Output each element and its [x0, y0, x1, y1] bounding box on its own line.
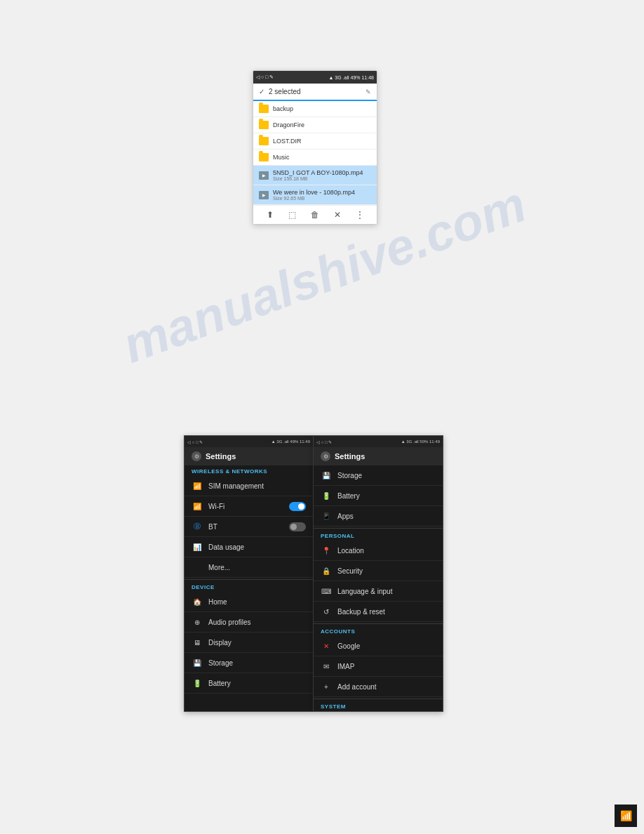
settings-gear-icon: ⚙	[192, 451, 201, 461]
section-accounts: ACCOUNTS	[314, 626, 443, 636]
settings-item-language[interactable]: ⌨ Language & input	[314, 581, 443, 602]
settings-item-display[interactable]: 🖥 Display	[185, 633, 313, 653]
security-label: Security	[337, 567, 436, 575]
location-icon: 📍	[321, 545, 332, 556]
battery-icon: 🔋	[192, 677, 203, 689]
close-icon[interactable]: ✕	[334, 210, 341, 220]
fm-status-bar: ◁ ○ □ ✎ ▲ 3G .all 49% 11:48	[253, 71, 377, 84]
settings-item-audio[interactable]: ⊕ Audio profiles	[185, 612, 313, 633]
settings-left-screenshot: ◁ ○ □ ✎ ▲ 3G .all 49% 11:49 ⚙ Settings W…	[184, 435, 314, 712]
fm-toolbar: ⬆ ⬚ 🗑 ✕ ⋮	[253, 205, 377, 224]
settings-item-sim[interactable]: 📶 SIM management	[185, 476, 313, 496]
section-wireless: WIRELESS & NETWORKS	[185, 465, 313, 476]
fm-status-left: ◁ ○ □ ✎	[256, 74, 274, 80]
settings-item-google[interactable]: ✕ Google	[314, 636, 443, 656]
settings-item-security[interactable]: 🔒 Security	[314, 561, 443, 581]
fm-header: ✓ 2 selected ✎	[253, 84, 377, 101]
list-item[interactable]: ▶ 5N5D_I GOT A BOY-1080p.mp4 Size 156.18…	[253, 166, 377, 185]
storage-label: Storage	[208, 659, 306, 667]
display-icon: 🖥	[192, 637, 203, 648]
item-content: Music	[273, 154, 290, 161]
apps-label: Apps	[337, 512, 436, 520]
sim-icon: 📶	[192, 480, 203, 491]
bt-toggle[interactable]	[289, 522, 306, 531]
delete-icon[interactable]: 🗑	[311, 210, 319, 220]
settings-item-storage[interactable]: 💾 Storage	[185, 653, 313, 673]
settings-item-apps[interactable]: 📱 Apps	[314, 506, 443, 527]
location-label: Location	[337, 547, 436, 555]
ss-left-title-bar: ⚙ Settings	[185, 447, 313, 465]
settings-item-storage-r[interactable]: 💾 Storage	[314, 465, 443, 486]
settings-item-backup[interactable]: ↺ Backup & reset	[314, 602, 443, 622]
audio-label: Audio profiles	[208, 618, 306, 626]
settings-item-imap[interactable]: ✉ IMAP	[314, 656, 443, 677]
more-icon	[192, 562, 203, 573]
storage-icon-r: 💾	[321, 470, 332, 481]
wifi-label: Wi-Fi	[208, 503, 283, 510]
google-label: Google	[337, 642, 436, 650]
item-size: Size 156.18 MB	[273, 176, 363, 181]
list-item[interactable]: DragonFire	[253, 117, 377, 133]
divider-r	[314, 528, 443, 529]
fm-status-right: ▲ 3G .all 49% 11:48	[328, 75, 374, 80]
list-item[interactable]: LOST.DIR	[253, 133, 377, 150]
ss-left-status-bar: ◁ ○ □ ✎ ▲ 3G .all 49% 11:49	[185, 436, 313, 447]
settings-item-add-account[interactable]: + Add account	[314, 677, 443, 697]
fm-selected-count: 2 selected	[269, 88, 361, 95]
share-icon[interactable]: ⬆	[267, 210, 274, 220]
add-account-icon: +	[321, 681, 332, 692]
battery-label: Battery	[208, 680, 306, 687]
settings-item-bt[interactable]: Ⓑ BT	[185, 517, 313, 537]
language-label: Language & input	[337, 588, 436, 595]
security-icon: 🔒	[321, 565, 332, 576]
folder-icon	[259, 153, 269, 161]
more-label: More...	[208, 564, 306, 571]
divider-accounts	[314, 623, 443, 624]
list-item[interactable]: ▶ We were in love - 1080p.mp4 Size 92.65…	[253, 185, 377, 205]
bt-icon: Ⓑ	[192, 521, 203, 532]
backup-label: Backup & reset	[337, 608, 436, 616]
item-name: 5N5D_I GOT A BOY-1080p.mp4	[273, 169, 363, 176]
settings-item-battery[interactable]: 🔋 Battery	[185, 673, 313, 694]
copy-icon[interactable]: ⬚	[288, 210, 296, 220]
file-manager-screenshot: ◁ ○ □ ✎ ▲ 3G .all 49% 11:48 ✓ 2 selected…	[253, 70, 377, 225]
backup-icon: ↺	[321, 606, 332, 617]
list-item[interactable]: backup	[253, 101, 377, 117]
imap-icon: ✉	[321, 661, 332, 672]
ss-left-status-right: ▲ 3G .all 49% 11:49	[271, 439, 310, 444]
wifi-toggle[interactable]	[289, 502, 306, 511]
wifi-badge-icon: 📶	[620, 810, 632, 821]
section-personal: PERSONAL	[314, 530, 443, 541]
data-icon: 📊	[192, 541, 203, 552]
ss-right-status-bar: ◁ ○ □ ✎ ▲ 3G .all 50% 11:49	[314, 436, 443, 447]
home-icon: 🏠	[192, 596, 203, 607]
item-content: DragonFire	[273, 121, 304, 128]
home-label: Home	[208, 598, 306, 606]
settings-item-home[interactable]: 🏠 Home	[185, 592, 313, 612]
fm-edit-icon: ✎	[365, 88, 371, 95]
ss-left-title: Settings	[206, 452, 236, 461]
audio-icon: ⊕	[192, 616, 203, 628]
list-item[interactable]: Music	[253, 150, 377, 166]
ss-right-title: Settings	[335, 452, 365, 461]
video-icon: ▶	[259, 171, 269, 180]
imap-label: IMAP	[337, 663, 436, 670]
ss-right-status-left: ◁ ○ □ ✎	[316, 439, 332, 444]
settings-item-battery-r[interactable]: 🔋 Battery	[314, 486, 443, 506]
google-icon: ✕	[321, 640, 332, 651]
settings-item-location[interactable]: 📍 Location	[314, 541, 443, 561]
settings-item-more[interactable]: More...	[185, 557, 313, 578]
item-name: Music	[273, 154, 290, 161]
item-name: backup	[273, 105, 293, 112]
battery-label-r: Battery	[337, 492, 436, 500]
settings-gear-icon-right: ⚙	[321, 451, 330, 461]
settings-item-wifi[interactable]: 📶 Wi-Fi	[185, 496, 313, 517]
more-icon[interactable]: ⋮	[356, 210, 364, 220]
folder-icon	[259, 137, 269, 145]
item-content: We were in love - 1080p.mp4 Size 92.65 M…	[273, 189, 355, 201]
wifi-badge: 📶	[615, 805, 637, 827]
settings-right-screenshot: ◁ ○ □ ✎ ▲ 3G .all 50% 11:49 ⚙ Settings 💾…	[314, 435, 443, 712]
settings-item-data[interactable]: 📊 Data usage	[185, 537, 313, 557]
item-name: We were in love - 1080p.mp4	[273, 189, 355, 196]
divider-system	[314, 699, 443, 699]
